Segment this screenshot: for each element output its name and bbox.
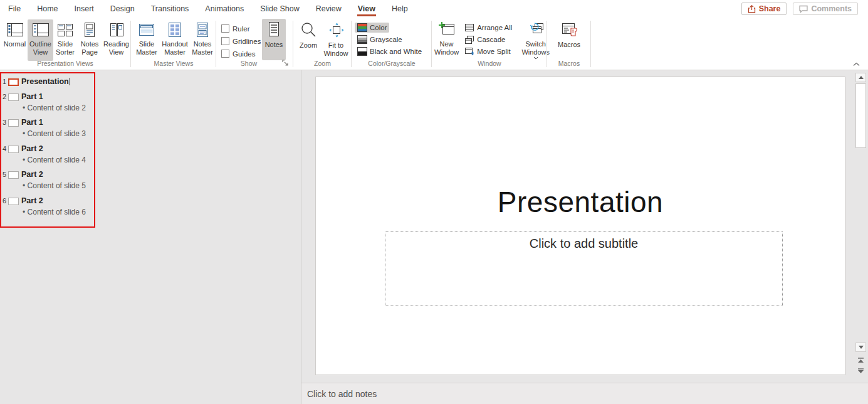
slide-title[interactable]: Presentation xyxy=(316,185,845,219)
group-label-show: Show xyxy=(206,60,292,67)
grayscale-button[interactable]: Grayscale xyxy=(355,35,405,45)
outline-view-button[interactable]: Outline View xyxy=(28,19,53,61)
arrange-all-button[interactable]: Arrange All xyxy=(462,23,515,33)
comments-button[interactable]: Comments xyxy=(793,3,858,15)
outline-slide-content[interactable]: • Content of slide 2 xyxy=(23,104,86,112)
work-area: 1 Presentation 2 Part 1 • Content of sli… xyxy=(0,70,868,404)
checkbox-icon[interactable] xyxy=(221,37,229,45)
outline-view-icon xyxy=(32,22,50,38)
grayscale-icon xyxy=(357,35,367,44)
notes-page-label: Notes Page xyxy=(78,40,102,56)
outline-item-5[interactable]: 5 Part 2 • Content of slide 5 xyxy=(0,169,188,181)
outline-item-4[interactable]: 4 Part 2 • Content of slide 4 xyxy=(0,144,188,156)
tab-slide-show[interactable]: Slide Show xyxy=(252,0,308,18)
slide-number: 5 xyxy=(3,171,6,178)
ruler-checkbox[interactable]: Ruler xyxy=(221,24,262,33)
slide-icon[interactable] xyxy=(8,146,19,153)
grayscale-label: Grayscale xyxy=(370,36,402,43)
next-slide-button[interactable] xyxy=(856,366,865,375)
switch-windows-button[interactable]: Switch Windows xyxy=(521,19,550,60)
notes-page-button[interactable]: Notes Page xyxy=(77,19,102,61)
notes-master-button[interactable]: Notes Master xyxy=(190,19,215,61)
outline-slide-content[interactable]: • Content of slide 6 xyxy=(23,208,86,216)
tab-review[interactable]: Review xyxy=(308,0,350,18)
slide-icon[interactable] xyxy=(8,171,19,179)
tab-file[interactable]: File xyxy=(0,0,29,18)
slide-icon[interactable] xyxy=(8,93,19,101)
outline-slide-content[interactable]: • Content of slide 4 xyxy=(23,156,86,164)
outline-slide-title[interactable]: Part 2 xyxy=(21,170,43,179)
tab-view[interactable]: View xyxy=(350,0,384,18)
collapse-ribbon-button[interactable] xyxy=(849,59,863,69)
checkbox-icon[interactable] xyxy=(221,50,229,58)
slide-canvas[interactable]: Presentation Click to add subtitle xyxy=(315,77,845,375)
group-show: Ruler Gridlines Guides Notes xyxy=(217,19,292,69)
handout-master-button[interactable]: Handout Master xyxy=(160,19,190,61)
pane-splitter[interactable] xyxy=(301,70,301,404)
vertical-scrollbar[interactable] xyxy=(854,70,868,383)
outline-slide-title[interactable]: Presentation xyxy=(21,77,70,86)
outline-item-6[interactable]: 6 Part 2 • Content of slide 6 xyxy=(0,196,188,208)
menu-bar: File Home Insert Design Transitions Anim… xyxy=(0,0,868,18)
fit-to-window-button[interactable]: Fit to Window xyxy=(322,19,350,61)
notes-button[interactable]: Notes xyxy=(262,19,286,60)
new-window-button[interactable]: New Window xyxy=(434,19,459,60)
share-button[interactable]: Share xyxy=(741,3,787,15)
black-and-white-button[interactable]: Black and White xyxy=(355,46,424,56)
show-dialog-launcher[interactable] xyxy=(282,60,290,67)
outline-item-1[interactable]: 1 Presentation xyxy=(0,77,188,88)
notes-pane[interactable]: Click to add notes xyxy=(301,383,868,404)
slide-sorter-button[interactable]: Slide Sorter xyxy=(53,19,77,61)
checkbox-icon[interactable] xyxy=(221,24,229,33)
slide-icon[interactable] xyxy=(8,198,19,205)
outline-slide-title[interactable]: Part 2 xyxy=(21,144,43,153)
normal-view-button[interactable]: Normal xyxy=(2,19,28,61)
move-split-button[interactable]: Move Split xyxy=(462,46,515,56)
group-label-zoom: Zoom xyxy=(294,60,351,67)
outline-slide-title[interactable]: Part 1 xyxy=(21,118,43,127)
group-label-presentation-views: Presentation Views xyxy=(0,60,130,67)
fit-to-window-icon xyxy=(327,22,345,39)
outline-slide-content[interactable]: • Content of slide 5 xyxy=(23,181,86,190)
tab-insert[interactable]: Insert xyxy=(66,0,102,18)
tab-home[interactable]: Home xyxy=(29,0,66,18)
outline-slide-title[interactable]: Part 1 xyxy=(21,92,43,101)
slide-master-button[interactable]: Slide Master xyxy=(133,19,160,61)
slide-icon[interactable] xyxy=(8,119,19,127)
outline-slide-content[interactable]: • Content of slide 3 xyxy=(23,129,86,138)
gridlines-checkbox[interactable]: Gridlines xyxy=(221,37,262,45)
outline-item-2[interactable]: 2 Part 1 • Content of slide 2 xyxy=(0,92,188,104)
slide-number: 4 xyxy=(3,145,6,152)
color-label: Color xyxy=(370,24,387,31)
tab-transitions[interactable]: Transitions xyxy=(143,0,197,18)
outline-slide-title[interactable]: Part 2 xyxy=(21,196,43,205)
tab-animations[interactable]: Animations xyxy=(197,0,252,18)
outline-pane[interactable]: 1 Presentation 2 Part 1 • Content of sli… xyxy=(0,70,301,404)
guides-checkbox[interactable]: Guides xyxy=(221,50,262,58)
text-caret xyxy=(70,78,70,85)
scroll-down-button[interactable] xyxy=(855,343,866,352)
cascade-button[interactable]: Cascade xyxy=(462,35,515,45)
color-button[interactable]: Color xyxy=(355,23,389,33)
outline-item-3[interactable]: 3 Part 1 • Content of slide 3 xyxy=(0,117,188,129)
previous-slide-button[interactable] xyxy=(856,356,865,364)
outline-view-label: Outline View xyxy=(28,40,53,56)
macros-icon xyxy=(560,22,578,38)
scrollbar-thumb[interactable] xyxy=(855,83,866,148)
cascade-icon xyxy=(464,35,474,44)
slide-master-icon xyxy=(138,22,155,38)
comment-icon xyxy=(799,5,808,13)
group-macros: Macros Macros xyxy=(548,19,590,69)
slide-icon-selected[interactable] xyxy=(8,78,19,86)
tab-help[interactable]: Help xyxy=(384,0,416,18)
group-zoom: Zoom Fit to Window Zoom xyxy=(294,19,351,69)
notes-label: Notes xyxy=(265,41,283,49)
arrange-all-label: Arrange All xyxy=(477,24,512,31)
scroll-up-button[interactable] xyxy=(855,73,866,82)
zoom-button[interactable]: Zoom xyxy=(295,19,322,61)
tab-design[interactable]: Design xyxy=(102,0,143,18)
macros-button[interactable]: Macros xyxy=(554,19,584,61)
switch-windows-label: Switch Windows xyxy=(521,40,550,56)
subtitle-placeholder-box[interactable]: Click to add subtitle xyxy=(385,231,783,306)
reading-view-button[interactable]: Reading View xyxy=(102,19,130,61)
